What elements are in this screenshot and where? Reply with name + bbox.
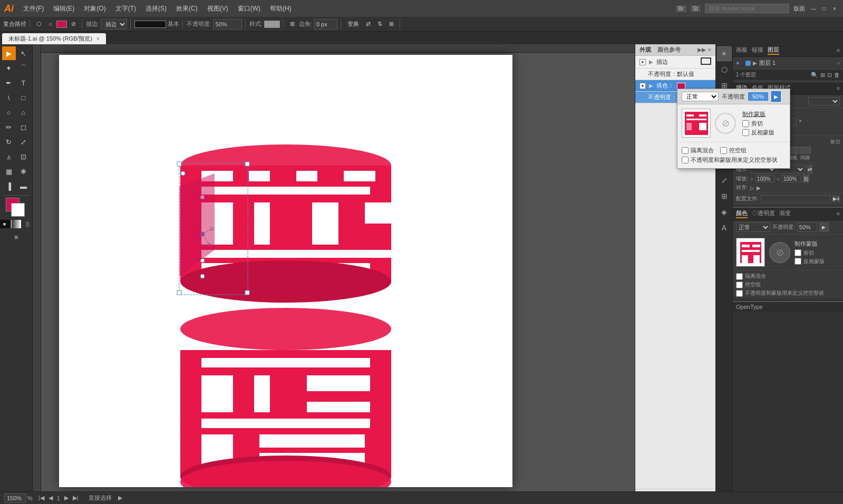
dashed-align-1[interactable]: ⊞ [830,139,835,144]
layer-add-btn[interactable]: ⊡ [827,72,832,79]
tool-eraser[interactable]: ◻ [17,120,31,134]
layer-lock[interactable]: ○ [837,60,840,66]
invert-mask-checkbox[interactable] [794,258,801,265]
tool-rect[interactable]: □ [17,91,31,104]
align-tip2[interactable]: ▶ [757,185,761,191]
clip-checkbox[interactable] [794,249,801,256]
close-btn[interactable]: × [830,4,839,13]
bottom-opacity-tab[interactable]: ◇透明度 [752,209,775,218]
opentype-icon[interactable]: A [717,220,732,235]
menu-help[interactable]: 帮助(H) [266,3,296,14]
opacity-value-bottom[interactable] [797,222,817,232]
nav-next-btn[interactable]: ▶ [63,494,70,502]
blend-mode-popup-select[interactable]: 正常 [682,92,719,101]
tp-expand-btn[interactable]: ▶ [771,91,781,102]
transform-btn4[interactable]: ⊞ [386,20,396,28]
tp-invert-checkbox[interactable] [742,129,749,136]
angle-input[interactable] [314,19,337,30]
search-layers-btn[interactable]: 🔍 [811,72,818,79]
menu-view[interactable]: 视图(V) [203,3,232,14]
tool-pencil[interactable]: ✏ [2,120,16,134]
menu-type[interactable]: 文字(T) [111,3,140,14]
align-tip1[interactable]: ▷ [750,185,754,191]
document-tab[interactable]: 未标题-1.ai @ 150% (RGB/预览) × [2,33,106,44]
tp-knockout-checkbox[interactable] [720,147,727,154]
scale-start[interactable] [755,175,774,182]
fill-color-indicator[interactable] [677,83,685,89]
color-reference-tab[interactable]: 颜色参考 [657,46,681,54]
menu-effect[interactable]: 效果(C) [172,3,202,14]
tool-brush[interactable]: ⌂ [17,105,31,119]
scale-end[interactable] [782,175,801,182]
search-stock-input[interactable] [705,4,789,13]
opacity-input[interactable] [213,19,242,30]
dashed-align-2[interactable]: ⊡ [836,139,840,144]
zoom-input[interactable] [4,493,26,503]
fill-color-swatch[interactable] [56,21,67,28]
tool-direct-selection[interactable]: ↖ [17,46,31,60]
opacity-expand-btn[interactable]: ▶ [819,222,829,232]
bridge-btn[interactable]: Br [676,5,686,12]
menu-select[interactable]: 选择(S) [141,3,171,14]
tool-selection[interactable]: ▶ [2,46,16,60]
layer-options-btn[interactable]: ⊞ [820,72,825,79]
config-input[interactable] [761,195,830,202]
menu-edit[interactable]: 编辑(E) [49,3,79,14]
tp-opacity-shape-checkbox[interactable] [682,157,689,163]
knockout-group-checkbox[interactable] [736,282,743,288]
appearance-icon[interactable]: ☀ [717,46,732,61]
circle-btn[interactable]: ○ [46,20,55,28]
tool-bar-graph[interactable]: ▬ [17,179,31,193]
artboard[interactable] [59,55,512,487]
opacity-shape-checkbox[interactable] [736,290,743,297]
background-color[interactable] [11,203,25,217]
bottom-panel-menu[interactable]: ≡ [837,211,840,217]
transform-btn[interactable]: 变换 [345,19,362,29]
canvas-area[interactable] [33,44,635,504]
nav-prev-btn[interactable]: ◀ [47,494,54,502]
tp-clip-checkbox[interactable] [742,120,749,127]
tp-main-thumb[interactable] [682,109,711,138]
maximize-btn[interactable]: □ [820,4,828,13]
layer-expand-arrow[interactable]: ▶ [753,60,757,66]
bottom-color-tab[interactable]: 颜色 [736,209,748,218]
tool-scale[interactable]: ⤢ [17,135,31,149]
layer-visible-eye[interactable]: ● [736,60,743,67]
transform-btn3[interactable]: ⇅ [375,20,385,28]
cap-select[interactable] [808,97,840,105]
graphic-styles-icon[interactable]: ⬡ [717,62,732,77]
appearance-panel-expand[interactable]: ▶▶ [697,47,706,53]
layer-delete-btn[interactable]: 🗑 [834,72,840,79]
fill-eye[interactable]: ● [639,83,646,89]
panel-tab-layers[interactable]: 图层 [768,46,779,55]
blend-mode-select[interactable]: 正常 [736,222,770,232]
stroke-toggle[interactable]: ⊘ [69,20,79,28]
tool-column-graph[interactable]: ▐ [2,179,16,193]
style-swatch[interactable] [264,21,280,28]
align-icon[interactable]: ⊞ [717,189,732,203]
gap-3[interactable] [799,147,811,154]
tool-lasso[interactable]: ⌒ [17,61,31,75]
tool-transform[interactable]: ⊡ [17,150,31,163]
tool-mesh[interactable]: ▒ [23,220,33,228]
menu-file[interactable]: 文件(F) [19,3,48,14]
tool-gradient[interactable] [11,220,22,228]
config-btn[interactable]: ▶4 [832,196,840,202]
nav-last-btn[interactable]: ▶| [71,494,80,502]
menu-object[interactable]: 对象(O) [80,3,110,14]
mask-thumbnail[interactable]: ⊘ [769,242,790,263]
stroke-select[interactable]: 插边 [101,19,127,30]
tool-symbol[interactable]: ❋ [17,164,31,178]
stroke-swatch-icon[interactable] [701,57,711,66]
panel-tab-links[interactable]: 链接 [752,46,763,55]
tool-ellipse[interactable]: ○ [2,105,16,119]
pathfinder-icon[interactable]: ◈ [717,205,732,219]
tool-normal-mode[interactable]: ■ [0,220,10,228]
tp-isolate-checkbox[interactable] [682,147,689,154]
tool-pen[interactable]: ✒ [2,76,16,90]
tool-rotate[interactable]: ↻ [2,135,16,149]
menu-window[interactable]: 窗口(W) [234,3,265,14]
tool-type[interactable]: T [17,76,31,90]
props-panel-menu[interactable]: ≡ [837,85,840,91]
main-thumbnail[interactable] [736,238,765,267]
